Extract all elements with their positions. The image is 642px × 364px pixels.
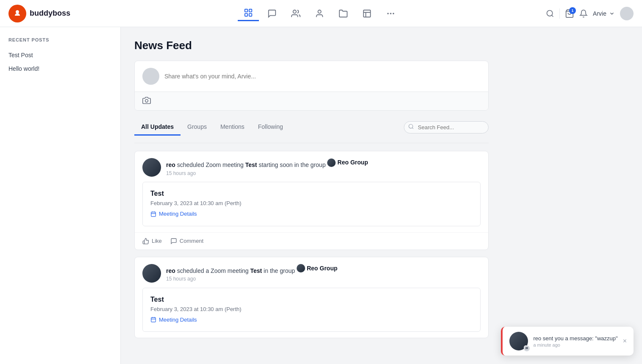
main-content: News Feed All Updates Groups M <box>121 27 502 364</box>
comment-icon <box>170 238 177 245</box>
logo-text: buddyboss <box>30 9 70 18</box>
svg-rect-6 <box>364 10 371 17</box>
nav-icons-group <box>93 6 546 21</box>
meeting-card-1-title: Test <box>150 190 472 197</box>
calendar-icon <box>150 211 156 217</box>
chat-notification: reo sent you a message: "wazzup" a minut… <box>501 327 634 356</box>
nav-groups-button[interactable] <box>285 6 306 21</box>
sidebar: RECENT POSTS Test Post Hello world! <box>0 27 121 364</box>
feed-card-1-action2: starting soon in the group <box>258 161 325 168</box>
post-user-avatar <box>142 68 159 85</box>
svg-rect-1 <box>249 9 252 12</box>
group-avatar-small-2 <box>297 264 305 272</box>
nav-more-button[interactable] <box>380 6 401 21</box>
feed-tabs: All Updates Groups Mentions Following <box>134 119 404 135</box>
feed-card-1: reo scheduled Zoom meeting Test starting… <box>134 151 489 250</box>
feed-card-1-user-avatar <box>142 158 161 177</box>
user-name: Arvie <box>593 10 606 17</box>
tabs-row: All Updates Groups Mentions Following <box>134 119 489 135</box>
user-avatar[interactable] <box>620 7 634 20</box>
camera-button[interactable] <box>142 96 151 106</box>
sidebar-item-hello-world[interactable]: Hello world! <box>8 62 112 75</box>
chevron-down-icon <box>609 11 615 17</box>
feed-card-2-action2: in the group <box>264 267 295 274</box>
meeting-card-2-date: February 3, 2023 at 10:30 am (Perth) <box>150 306 472 312</box>
sidebar-section-title: RECENT POSTS <box>8 37 112 42</box>
feed-search-icon <box>408 124 414 131</box>
chat-notif-time: a minute ago <box>533 342 617 347</box>
feed-card-2: reo scheduled a Zoom meeting Test in the… <box>134 257 489 339</box>
feed-card-1-action: scheduled Zoom meeting <box>177 161 244 168</box>
feed-card-1-group[interactable]: Reo Group <box>327 158 368 167</box>
chat-notif-text: reo sent you a message: "wazzup" a minut… <box>533 335 617 347</box>
svg-point-4 <box>293 10 296 13</box>
meeting-details-link-2[interactable]: Meeting Details <box>150 317 197 323</box>
svg-point-8 <box>390 13 392 14</box>
page-title: News Feed <box>134 39 489 52</box>
meeting-card-2-title: Test <box>150 296 472 303</box>
feed-card-2-bold-item: Test <box>250 267 262 274</box>
feed-card-1-meta: reo scheduled Zoom meeting Test starting… <box>166 158 481 176</box>
feed-card-1-desc: reo scheduled Zoom meeting Test starting… <box>166 158 481 169</box>
chat-badge-icon <box>525 347 528 350</box>
nav-separator <box>559 8 560 19</box>
svg-rect-0 <box>245 9 247 12</box>
feed-card-1-bold-item: Test <box>245 161 257 168</box>
meeting-card-2: Test February 3, 2023 at 10:30 am (Perth… <box>142 288 481 332</box>
post-input-card <box>134 61 489 111</box>
group-avatar-small-1 <box>327 158 336 167</box>
notifications-button[interactable] <box>579 9 588 18</box>
top-navigation: buddyboss <box>0 0 642 27</box>
cart-button[interactable]: 1 <box>565 9 574 18</box>
meeting-card-1-date: February 3, 2023 at 10:30 am (Perth) <box>150 200 472 206</box>
feed-card-2-user-avatar <box>142 264 161 283</box>
feed-search-wrap <box>404 121 489 133</box>
feed-card-2-time: 15 hours ago <box>166 276 481 282</box>
feed-card-1-time: 15 hours ago <box>166 170 481 176</box>
tab-all-updates[interactable]: All Updates <box>134 119 181 136</box>
feed-card-1-actions: Like Comment <box>135 232 488 250</box>
user-menu[interactable]: Arvie <box>593 10 615 17</box>
feed-card-2-action: scheduled a Zoom meeting <box>177 267 249 274</box>
comment-button-1[interactable]: Comment <box>170 238 203 245</box>
chat-notification-close-button[interactable]: × <box>623 338 627 345</box>
nav-feed-button[interactable] <box>238 6 259 21</box>
svg-rect-18 <box>151 317 156 322</box>
feed-search-input[interactable] <box>404 121 489 133</box>
tabs-divider <box>134 143 489 143</box>
nav-courses-button[interactable] <box>356 6 378 21</box>
feed-card-2-meta: reo scheduled a Zoom meeting Test in the… <box>166 264 481 282</box>
feed-card-2-group[interactable]: Reo Group <box>297 264 337 273</box>
nav-messages-button[interactable] <box>261 6 283 21</box>
nav-right-area: 1 Arvie <box>546 7 634 20</box>
svg-rect-3 <box>249 14 252 16</box>
tab-following[interactable]: Following <box>251 119 290 136</box>
like-button-1[interactable]: Like <box>142 238 162 245</box>
feed-card-1-header: reo scheduled Zoom meeting Test starting… <box>135 151 488 182</box>
camera-icon <box>142 96 151 105</box>
svg-point-9 <box>393 13 395 14</box>
post-input-field[interactable] <box>164 73 481 80</box>
calendar-icon-2 <box>150 317 156 322</box>
post-input-bottom <box>135 92 488 110</box>
svg-point-13 <box>409 124 413 128</box>
chat-notif-message: reo sent you a message: "wazzup" <box>533 335 617 342</box>
feed-card-1-username[interactable]: reo <box>166 161 175 168</box>
meeting-details-link-1[interactable]: Meeting Details <box>150 211 197 217</box>
logo-icon <box>8 5 26 22</box>
tab-groups[interactable]: Groups <box>181 119 214 136</box>
page-layout: RECENT POSTS Test Post Hello world! News… <box>0 27 642 364</box>
svg-point-12 <box>145 100 148 103</box>
thumbs-up-icon <box>142 238 149 245</box>
post-input-top <box>135 61 488 92</box>
meeting-card-1: Test February 3, 2023 at 10:30 am (Perth… <box>142 182 481 226</box>
nav-members-button[interactable] <box>309 6 330 21</box>
svg-point-7 <box>387 13 389 14</box>
chat-icon-badge <box>524 345 530 351</box>
tab-mentions[interactable]: Mentions <box>214 119 251 136</box>
feed-card-2-username[interactable]: reo <box>166 267 175 274</box>
search-button[interactable] <box>546 9 554 18</box>
nav-documents-button[interactable] <box>333 6 354 21</box>
sidebar-item-test-post[interactable]: Test Post <box>8 48 112 62</box>
feed-card-2-header: reo scheduled a Zoom meeting Test in the… <box>135 257 488 288</box>
